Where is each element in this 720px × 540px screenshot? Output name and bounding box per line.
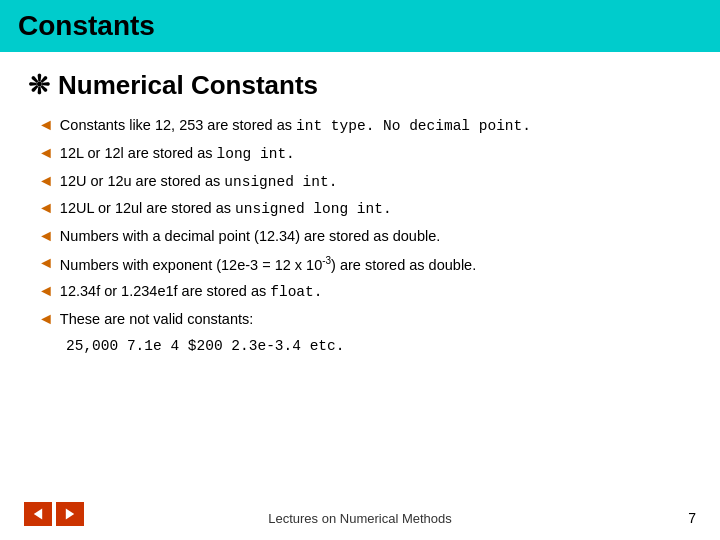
- section-title: ❊ Numerical Constants: [28, 70, 692, 101]
- bullet-text: 12.34f or 1.234e1f are stored as float.: [60, 281, 323, 304]
- bullet-text: 12L or 12l are stored as long int.: [60, 143, 295, 166]
- list-item: ◄ These are not valid constants:: [38, 309, 692, 331]
- footer: Lectures on Numerical Methods: [0, 511, 720, 526]
- footer-page: 7: [688, 510, 696, 526]
- list-item: ◄ Constants like 12, 253 are stored as i…: [38, 115, 692, 138]
- bullet-icon: ◄: [38, 227, 54, 245]
- content-area: ❊ Numerical Constants ◄ Constants like 1…: [0, 70, 720, 358]
- bullet-icon: ◄: [38, 116, 54, 134]
- bullet-icon: ◄: [38, 254, 54, 272]
- invalid-constants: 25,000 7.1e 4 $200 2.3e-3.4 etc.: [38, 336, 344, 358]
- slide: Constants ❊ Numerical Constants ◄ Consta…: [0, 0, 720, 540]
- bullet-text: Constants like 12, 253 are stored as int…: [60, 115, 531, 138]
- star-icon: ❊: [28, 70, 50, 101]
- footer-label: Lectures on Numerical Methods: [268, 511, 452, 526]
- bullet-text: 12U or 12u are stored as unsigned int.: [60, 171, 338, 194]
- bullet-text: Numbers with a decimal point (12.34) are…: [60, 226, 440, 248]
- list-item: ◄ Numbers with exponent (12e-3 = 12 x 10…: [38, 253, 692, 277]
- bullet-icon: ◄: [38, 144, 54, 162]
- bullet-text: 12UL or 12ul are stored as unsigned long…: [60, 198, 392, 221]
- list-item: ◄ 12UL or 12ul are stored as unsigned lo…: [38, 198, 692, 221]
- bullet-icon: ◄: [38, 199, 54, 217]
- section-title-text: Numerical Constants: [58, 70, 318, 101]
- bullet-icon: ◄: [38, 172, 54, 190]
- list-item: ◄ Numbers with a decimal point (12.34) a…: [38, 226, 692, 248]
- list-item: ◄ 12L or 12l are stored as long int.: [38, 143, 692, 166]
- header-title: Constants: [18, 10, 155, 41]
- bullet-icon: ◄: [38, 282, 54, 300]
- bullet-text: These are not valid constants:: [60, 309, 253, 331]
- bullet-icon: ◄: [38, 310, 54, 328]
- bullet-list: ◄ Constants like 12, 253 are stored as i…: [28, 115, 692, 358]
- list-item: ◄ 12U or 12u are stored as unsigned int.: [38, 171, 692, 194]
- list-item: ◄ 12.34f or 1.234e1f are stored as float…: [38, 281, 692, 304]
- bullet-text: Numbers with exponent (12e-3 = 12 x 10-3…: [60, 253, 476, 277]
- list-item-invalid: 25,000 7.1e 4 $200 2.3e-3.4 etc.: [38, 336, 692, 358]
- header-bar: Constants: [0, 0, 720, 52]
